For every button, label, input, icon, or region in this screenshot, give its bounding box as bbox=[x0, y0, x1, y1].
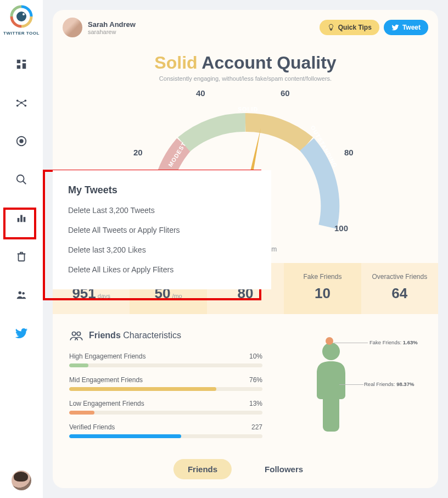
page-subtitle: Consistently engaging, without/less fake… bbox=[63, 75, 428, 82]
profile-name: Sarah Andrew bbox=[88, 20, 136, 29]
page-title: Solid Account Quality bbox=[63, 53, 428, 73]
svg-point-18 bbox=[22, 292, 24, 294]
nav-twitter-icon[interactable] bbox=[10, 322, 32, 344]
nav-target-icon[interactable] bbox=[10, 130, 32, 152]
quick-tips-button[interactable]: Quick Tips bbox=[320, 20, 379, 35]
tab-followers[interactable]: Followers bbox=[250, 459, 317, 479]
menu-delete-all-likes[interactable]: Delete All Likes or Apply Fliters bbox=[68, 265, 256, 274]
svg-rect-3 bbox=[23, 60, 26, 62]
profile-avatar bbox=[63, 18, 82, 37]
gauge-tick-20: 20 bbox=[133, 148, 143, 157]
account-avatar[interactable] bbox=[12, 471, 31, 490]
characteristics-heading: Friends Characteristics bbox=[69, 328, 262, 343]
nav-dashboard-icon[interactable] bbox=[10, 53, 32, 75]
friends-body-graphic: Fake Friends: 1.63% Real Friends: 98.37% bbox=[279, 328, 422, 447]
stat-overactive: Overactive Friends 64 bbox=[361, 263, 438, 314]
gauge-tick-40: 40 bbox=[196, 88, 205, 98]
svg-rect-4 bbox=[23, 63, 26, 69]
tab-friends[interactable]: Friends bbox=[173, 459, 232, 479]
stat-fake-friends: Fake Friends 10 bbox=[284, 263, 361, 314]
svg-rect-14 bbox=[18, 218, 20, 222]
tweet-label: Tweet bbox=[402, 24, 421, 31]
nav-users-icon[interactable] bbox=[10, 284, 32, 306]
svg-point-12 bbox=[19, 139, 23, 143]
svg-point-0 bbox=[16, 12, 26, 21]
gauge-tick-100: 100 bbox=[334, 223, 348, 233]
svg-point-17 bbox=[19, 292, 22, 295]
svg-point-23 bbox=[77, 332, 81, 336]
bar-verified: Verified Friends227 bbox=[69, 423, 262, 438]
menu-delete-last-likes[interactable]: Delete last 3,200 Likes bbox=[68, 245, 256, 254]
nav-search-icon[interactable] bbox=[10, 169, 32, 191]
lightbulb-icon bbox=[327, 24, 335, 31]
gauge-seg-solid: SOLID bbox=[238, 106, 258, 113]
svg-rect-5 bbox=[17, 65, 20, 69]
menu-delete-all-tweets[interactable]: Delete All Tweets or Apply Fliters bbox=[68, 226, 256, 234]
my-tweets-menu-title: My Tweets bbox=[68, 184, 256, 196]
svg-rect-16 bbox=[24, 217, 26, 222]
tweet-button[interactable]: Tweet bbox=[384, 20, 428, 35]
twitter-icon bbox=[391, 24, 399, 31]
svg-rect-15 bbox=[20, 215, 23, 222]
gauge-tick-60: 60 bbox=[281, 88, 290, 98]
nav-delete-icon[interactable] bbox=[10, 245, 32, 267]
nav-analytics-icon[interactable] bbox=[10, 207, 32, 229]
characteristics-tabs: Friends Followers bbox=[173, 459, 317, 479]
bar-low-engagement: Low Engagement Friends13% bbox=[69, 400, 262, 415]
profile-chip[interactable]: Sarah Andrew saraharew bbox=[63, 18, 136, 37]
gauge-tick-80: 80 bbox=[344, 148, 354, 157]
svg-rect-2 bbox=[17, 60, 20, 63]
callout-real: Real Friends: 98.37% bbox=[364, 381, 414, 387]
sidebar: TWITTER TOOL bbox=[0, 0, 43, 498]
svg-point-22 bbox=[72, 332, 76, 336]
app-logo[interactable]: TWITTER TOOL bbox=[3, 4, 40, 36]
profile-handle: saraharew bbox=[88, 29, 136, 35]
nav-network-icon[interactable] bbox=[10, 92, 32, 114]
app-name: TWITTER TOOL bbox=[3, 31, 40, 36]
callout-fake: Fake Friends: 1.63% bbox=[369, 339, 418, 345]
friends-icon bbox=[69, 328, 83, 343]
my-tweets-menu: My Tweets Delete Last 3,200 Tweets Delet… bbox=[53, 170, 271, 289]
bar-mid-engagement: Mid Engagement Friends76% bbox=[69, 376, 262, 391]
svg-point-1 bbox=[23, 13, 25, 15]
menu-delete-last-tweets[interactable]: Delete Last 3,200 Tweets bbox=[68, 206, 256, 215]
svg-point-24 bbox=[322, 343, 340, 360]
bar-high-engagement: High Engagement Friends10% bbox=[69, 352, 262, 367]
quick-tips-label: Quick Tips bbox=[338, 24, 372, 31]
svg-point-13 bbox=[17, 175, 24, 182]
main-panel: Sarah Andrew saraharew Quick Tips Tweet bbox=[43, 0, 448, 498]
